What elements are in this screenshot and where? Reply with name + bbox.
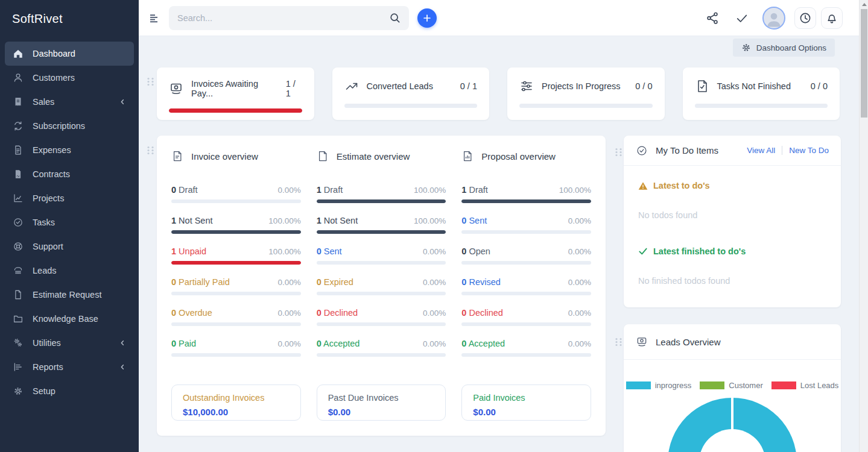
document-lines-icon: [13, 145, 24, 155]
stat-card-tasks-not-finished[interactable]: Tasks Not Finished 0 / 0: [683, 67, 840, 120]
leads-chart-legend: inprogress Customer Lost Leads: [624, 381, 841, 390]
warning-triangle-icon: [638, 181, 648, 190]
sidebar-item-tasks[interactable]: Tasks: [5, 210, 134, 234]
sidebar-item-label: Setup: [33, 386, 55, 396]
legend-item-inprogress[interactable]: inprogress: [626, 381, 692, 390]
drag-handle[interactable]: [615, 337, 622, 347]
new-todo-link[interactable]: New To Do: [782, 146, 829, 155]
overview-row: 0 Accepted0.00%: [461, 335, 591, 357]
menu-toggle-icon[interactable]: [149, 13, 160, 24]
total-label: Paid Invoices: [473, 393, 580, 403]
add-button[interactable]: [417, 8, 437, 28]
stat-card-label: Converted Leads: [367, 81, 433, 91]
donut-slice-gap: [731, 398, 733, 432]
gear-icon: [13, 386, 24, 397]
legend-item-lost-leads[interactable]: Lost Leads: [771, 381, 839, 390]
sliders-icon: [519, 79, 534, 93]
sidebar-item-label: Leads: [33, 266, 57, 275]
sidebar-item-customers[interactable]: Customers: [5, 66, 134, 90]
outstanding-invoices-box: Outstanding Invoices $10,000.00: [171, 385, 301, 421]
sidebar-item-support[interactable]: Support: [5, 234, 134, 259]
drag-handle[interactable]: [147, 77, 154, 86]
sidebar-item-contracts[interactable]: Contracts: [5, 162, 134, 186]
sidebar-item-reports[interactable]: Reports: [5, 355, 134, 379]
overview-row: 0 Sent0.00%: [317, 243, 446, 265]
invoice-overview-column: Invoice overview 0 Draft0.00% 1 Not Sent…: [171, 150, 301, 366]
stat-cards-row: Invoices Awaiting Pay... 1 / 1 Converted…: [157, 67, 840, 120]
sidebar-item-sales[interactable]: Sales: [5, 90, 134, 114]
scrollbar-up-arrow[interactable]: [862, 3, 867, 6]
overview-column-title: Proposal overview: [481, 151, 556, 162]
lifebuoy-icon: [13, 241, 24, 252]
leads-overview-panel: Leads Overview inprogress Customer Lost …: [624, 324, 841, 452]
sidebar-item-label: Subscriptions: [33, 121, 85, 131]
stat-progress-bar: [344, 104, 478, 108]
contract-icon: [13, 169, 24, 180]
scrollbar-thumb[interactable]: [861, 9, 867, 118]
cash-icon: [636, 336, 648, 348]
check-icon: [638, 247, 648, 256]
topbar: [139, 0, 859, 36]
stat-card-invoices-awaiting-payment[interactable]: Invoices Awaiting Pay... 1 / 1: [157, 67, 314, 120]
overview-row: 1 Not Sent100.00%: [317, 212, 446, 234]
drag-handle[interactable]: [615, 148, 622, 157]
sidebar-item-label: Sales: [33, 97, 54, 107]
home-icon: [13, 48, 24, 59]
sidebar-item-expenses[interactable]: Expenses: [5, 138, 134, 162]
no-finished-todos-text: No finished todos found: [638, 276, 826, 286]
total-value: $0.00: [328, 407, 435, 417]
avatar[interactable]: [762, 7, 785, 30]
overview-row: 0 Expired0.00%: [317, 274, 446, 295]
invoice-document-icon: [171, 150, 183, 162]
sidebar-item-subscriptions[interactable]: Subscriptions: [5, 114, 134, 138]
sidebar-item-label: Customers: [33, 73, 75, 83]
stat-card-projects-in-progress[interactable]: Projects In Progress 0 / 0: [507, 67, 665, 120]
notifications-button[interactable]: [821, 7, 843, 29]
dashboard-options-button[interactable]: Dashboard Options: [733, 39, 835, 57]
overview-row: 0 Open0.00%: [461, 243, 591, 265]
sidebar-item-estimate-request[interactable]: Estimate Request: [5, 283, 134, 307]
estimate-overview-column: Estimate overview 1 Draft100.00% 1 Not S…: [317, 150, 446, 366]
sidebar-item-label: Knowledge Base: [33, 314, 98, 324]
stat-card-count: 0 / 0: [635, 81, 652, 91]
check-icon[interactable]: [735, 11, 749, 25]
todo-panel: My To Do Items View All New To Do Latest…: [624, 136, 841, 307]
clock-icon: [799, 11, 812, 25]
legend-swatch: [626, 381, 651, 389]
sidebar-item-utilities[interactable]: Utilities: [5, 331, 134, 355]
timesheet-button[interactable]: [794, 7, 816, 29]
drag-handle[interactable]: [147, 146, 154, 155]
person-silhouette-icon: [765, 10, 783, 28]
overview-row: 1 Unpaid100.00%: [171, 243, 301, 265]
chart-icon: [13, 193, 24, 204]
sidebar-item-leads[interactable]: Leads: [5, 259, 134, 283]
search-input[interactable]: [177, 13, 389, 23]
sidebar-item-label: Utilities: [33, 338, 61, 348]
sidebar-nav: Dashboard Customers Sales Subscriptions …: [0, 42, 139, 403]
chevron-left-icon: [119, 98, 126, 105]
stat-card-converted-leads[interactable]: Converted Leads 0 / 1: [332, 67, 490, 120]
sidebar-item-setup[interactable]: Setup: [5, 379, 134, 403]
search-icon[interactable]: [389, 12, 401, 24]
sidebar-item-projects[interactable]: Projects: [5, 186, 134, 210]
sidebar-item-label: Contracts: [33, 169, 70, 179]
gears-icon: [13, 337, 24, 348]
overview-row: 1 Not Sent100.00%: [171, 212, 301, 234]
stat-card-count: 0 / 1: [460, 81, 477, 91]
total-label: Outstanding Invoices: [183, 393, 290, 403]
folder-icon: [13, 313, 24, 324]
stat-card-label: Invoices Awaiting Pay...: [191, 79, 278, 98]
sidebar-item-dashboard[interactable]: Dashboard: [5, 42, 134, 66]
invoice-totals-row: Outstanding Invoices $10,000.00 Past Due…: [171, 385, 591, 421]
legend-item-customer[interactable]: Customer: [700, 381, 762, 390]
page-scrollbar[interactable]: [859, 0, 868, 452]
bell-icon: [825, 11, 838, 25]
sidebar-item-knowledge-base[interactable]: Knowledge Base: [5, 307, 134, 331]
overview-row: 0 Draft0.00%: [171, 181, 301, 203]
document-check-icon: [695, 79, 709, 93]
proposal-document-icon: [461, 150, 474, 162]
share-icon[interactable]: [706, 11, 719, 25]
brand-logo[interactable]: SoftRivet: [0, 0, 139, 42]
view-all-link[interactable]: View All: [747, 146, 775, 155]
sidebar-item-label: Expenses: [33, 145, 71, 155]
